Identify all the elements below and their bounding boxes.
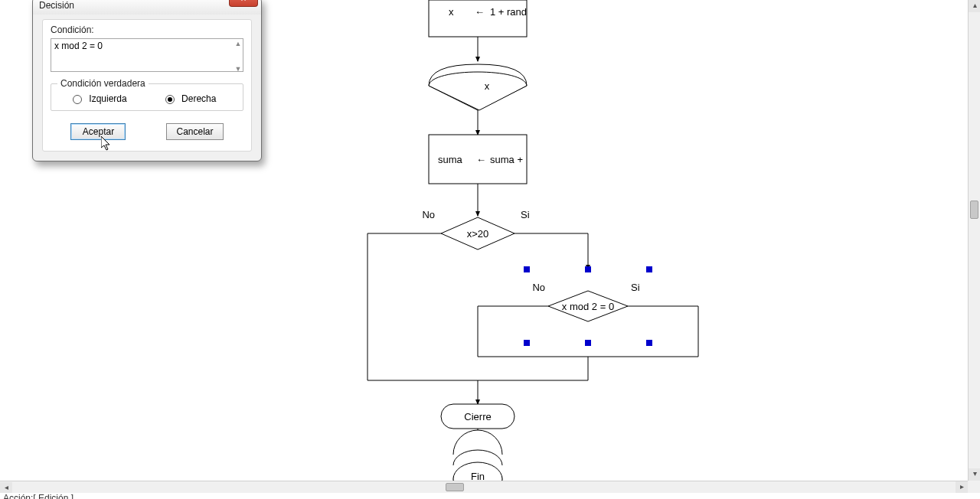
statusbar-text: Acción:[ Edición ] [3,493,74,499]
scrollbar-corner [968,481,980,493]
selection-handle[interactable] [524,266,530,272]
radio-right-icon [165,95,175,104]
decision1-si: Si [521,209,530,220]
condition-input[interactable] [51,38,243,72]
decision2-no: No [532,282,545,293]
true-direction-legend: Condición verdadera [57,78,149,89]
accept-button[interactable]: Aceptar [70,123,126,140]
assign-suma-expr: suma + [490,154,523,165]
radio-right[interactable]: Derecha [165,93,217,104]
decision2-cond: x mod 2 = 0 [562,301,614,312]
condition-label: Condición: [51,24,243,35]
scroll-down-button[interactable]: ▾ [969,468,980,481]
decision1-no: No [422,209,435,220]
radio-right-label: Derecha [181,93,216,104]
selection-handle[interactable] [646,340,652,346]
selection-handle[interactable] [585,266,591,272]
close-button[interactable]: × [229,0,258,7]
scroll-up-icon[interactable]: ▲ [234,40,242,47]
assign-suma-arrow: ← [476,154,486,165]
assign-x-var: x [449,6,454,18]
vertical-scrollbar[interactable]: ▴ ▾ [968,0,980,481]
vscroll-track[interactable] [969,12,980,468]
scroll-down-icon[interactable]: ▼ [234,65,242,73]
output-x-label: x [485,80,490,92]
decision2-si: Si [631,282,640,293]
statusbar: Acción:[ Edición ] [0,493,980,499]
decision-dialog[interactable]: Decisión × Condición: ▲ ▼ Condición verd… [32,0,262,161]
hscroll-thumb[interactable] [446,483,464,491]
assign-x-arrow: ← [475,6,485,18]
horizontal-scrollbar[interactable]: ◂ ▸ [0,481,968,493]
close-icon: × [240,0,246,4]
scroll-up-button[interactable]: ▴ [969,0,980,12]
assign-suma-var: suma [438,154,463,165]
decision1-cond: x>20 [467,228,489,240]
assign-x-expr: 1 + rand [490,6,527,18]
radio-left-label: Izquierda [89,93,126,104]
selection-handle[interactable] [585,340,591,346]
cierre-label: Cierre [464,411,491,422]
radio-left[interactable]: Izquierda [73,93,127,104]
cancel-button[interactable]: Cancelar [166,123,223,140]
scroll-right-button[interactable]: ▸ [956,481,968,494]
vscroll-thumb[interactable] [970,201,978,219]
radio-left-icon [73,95,82,104]
dialog-titlebar[interactable]: Decisión × [33,0,261,15]
dialog-title: Decisión [39,0,74,11]
selection-handle[interactable] [646,266,652,272]
selection-handle[interactable] [524,340,530,346]
fin-label: Fin [471,471,485,481]
node-output-x-shape[interactable]: x [429,72,527,110]
